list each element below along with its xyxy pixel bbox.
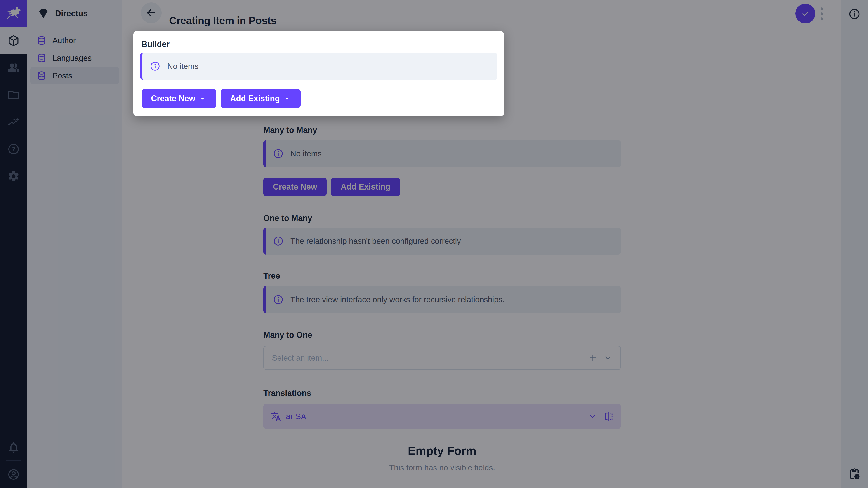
button-label: Add Existing (230, 94, 280, 103)
caret-down-icon (283, 94, 291, 103)
caret-down-icon (198, 94, 207, 103)
builder-actions: Create New Add Existing (142, 89, 301, 108)
field-label-builder: Builder (142, 39, 169, 49)
add-existing-button[interactable]: Add Existing (221, 89, 301, 108)
info-circle-icon (150, 61, 160, 72)
builder-popover: Builder No items Create New Add Existing (133, 31, 504, 116)
button-label: Create New (151, 94, 195, 103)
create-new-button[interactable]: Create New (142, 89, 216, 108)
builder-notice: No items (140, 53, 497, 80)
directus-app: ? (0, 0, 868, 488)
notice-text: No items (167, 62, 198, 71)
